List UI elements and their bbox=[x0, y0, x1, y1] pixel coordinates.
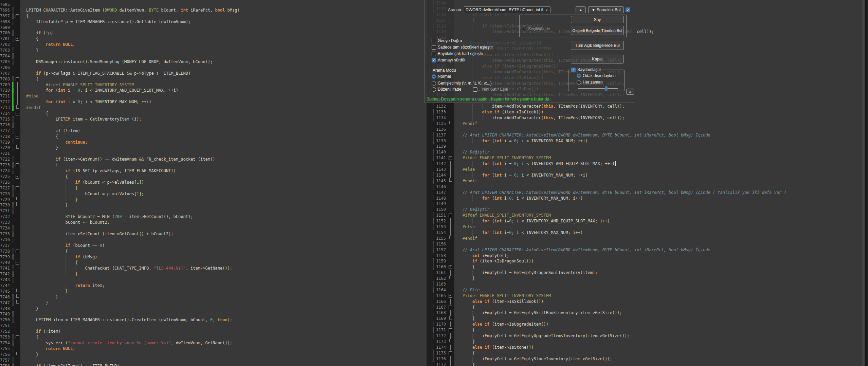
code-line[interactable]: 1153#else bbox=[433, 224, 862, 230]
code-line[interactable]: 1152 for (int i=0; i < INVENTORY_AND_EQU… bbox=[433, 218, 862, 224]
line-number[interactable]: 1177 bbox=[436, 362, 446, 366]
code-line[interactable]: 7736 bbox=[0, 237, 427, 243]
fold-collapse-icon[interactable]: − bbox=[16, 135, 19, 139]
code-line[interactable]: 7739 if (bMsg) bbox=[0, 254, 427, 260]
code-line[interactable]: 1155#endif bbox=[433, 236, 862, 241]
line-number[interactable]: 7720 bbox=[0, 145, 12, 151]
fold-margin[interactable] bbox=[14, 346, 20, 352]
fold-margin[interactable] bbox=[14, 168, 20, 174]
fold-margin[interactable] bbox=[446, 201, 454, 207]
code-line[interactable]: 7729 } bbox=[0, 197, 427, 203]
line-number[interactable]: 1139 bbox=[436, 144, 446, 149]
code-text[interactable]: #else bbox=[454, 167, 862, 172]
always-radio[interactable]: Her zaman bbox=[577, 80, 603, 85]
line-number[interactable]: 7725 bbox=[0, 174, 12, 180]
line-number[interactable]: 7738 bbox=[0, 249, 12, 254]
code-text[interactable]: } bbox=[20, 197, 427, 203]
fold-collapse-icon[interactable]: − bbox=[16, 14, 19, 18]
mode-regex-radio[interactable]: Düzenli ifade bbox=[432, 87, 461, 92]
code-line[interactable]: 7737 if (bCount == 0) bbox=[0, 243, 427, 249]
line-number[interactable]: 1152 bbox=[436, 218, 446, 224]
line-number[interactable]: 7696 bbox=[0, 7, 12, 13]
line-number[interactable]: 7718 bbox=[0, 134, 12, 140]
mode-extended-radio-icon[interactable] bbox=[432, 81, 436, 86]
line-number[interactable]: 7740 bbox=[0, 260, 12, 266]
fold-collapse-icon[interactable]: − bbox=[16, 37, 19, 41]
code-text[interactable]: #else bbox=[454, 224, 862, 230]
fold-margin[interactable]: − bbox=[14, 249, 20, 254]
fold-margin[interactable] bbox=[14, 191, 20, 197]
line-number[interactable]: 7747 bbox=[0, 300, 12, 306]
mode-extended-radio[interactable]: Genişletilmiş (\r, \n, \t, \0, \x...) bbox=[432, 81, 492, 86]
code-line[interactable]: 1136 bbox=[433, 127, 862, 132]
line-number[interactable]: 1166 bbox=[436, 299, 446, 305]
fold-margin[interactable] bbox=[446, 207, 454, 213]
fold-margin[interactable] bbox=[14, 71, 20, 76]
line-number[interactable]: 1169 bbox=[436, 316, 446, 322]
code-text[interactable]: for (int i = 0; i < INVENTORY_MAX_NUM; +… bbox=[454, 138, 862, 144]
line-number[interactable]: 7758 bbox=[0, 363, 12, 366]
code-line[interactable]: 1165−#ifdef ENABLE_SPLIT_INVENTORY_SYSTE… bbox=[433, 293, 862, 299]
code-text[interactable]: if (bMsg) bbox=[20, 254, 427, 260]
code-line[interactable]: 1175− { bbox=[433, 350, 862, 356]
fold-margin[interactable] bbox=[446, 316, 454, 322]
code-line[interactable]: 1154 for (int i=0; i < INVENTORY_MAX_NUM… bbox=[433, 230, 862, 236]
fold-margin[interactable] bbox=[14, 180, 20, 185]
find-prev-button[interactable]: ▲ bbox=[576, 6, 586, 13]
line-number[interactable]: 1173 bbox=[436, 339, 446, 345]
code-line[interactable]: 7717 if (!item) bbox=[0, 128, 427, 134]
code-line[interactable]: 7695 bbox=[0, 2, 427, 7]
fold-margin[interactable] bbox=[14, 271, 20, 277]
line-number[interactable]: 1137 bbox=[436, 132, 446, 138]
backward-checkbox[interactable]: Geriye Doğru bbox=[432, 38, 462, 43]
fold-margin[interactable] bbox=[14, 294, 20, 300]
line-number[interactable]: 1164 bbox=[436, 287, 446, 293]
code-line[interactable]: 7718− { bbox=[0, 134, 427, 140]
fold-margin[interactable] bbox=[446, 138, 454, 144]
fold-margin[interactable] bbox=[446, 161, 454, 167]
fold-margin[interactable] bbox=[14, 145, 20, 151]
line-number[interactable]: 7699 bbox=[0, 25, 12, 31]
line-number[interactable]: 1133 bbox=[436, 109, 446, 115]
line-number[interactable]: 1154 bbox=[436, 230, 446, 236]
code-line[interactable]: 1166 else if (item->IsSkillBook()) bbox=[433, 299, 862, 305]
line-number[interactable]: 7727 bbox=[0, 185, 12, 191]
code-text[interactable]: #else bbox=[20, 93, 427, 99]
code-line[interactable]: 7712 for (int i = 0; i < INVENTORY_MAX_N… bbox=[0, 99, 427, 105]
line-number[interactable]: 7750 bbox=[0, 317, 12, 323]
search-input-value[interactable]: DWORD dwItemVnum, BYTE bCount, int iRare… bbox=[464, 7, 543, 12]
fold-margin[interactable] bbox=[14, 237, 20, 243]
code-line[interactable]: 7730 } bbox=[0, 202, 427, 208]
line-number[interactable]: 1165 bbox=[436, 293, 446, 299]
line-number[interactable]: 7742 bbox=[0, 271, 12, 277]
code-text[interactable]: sys_err ("cannot create item by vnum %u … bbox=[20, 340, 427, 346]
code-line[interactable]: 7726 if (bCount < p->alValues[1]) bbox=[0, 180, 427, 185]
code-text[interactable]: LPITEM item = ITEM_MANAGER::instance().C… bbox=[20, 317, 427, 323]
code-text[interactable]: { bbox=[454, 350, 862, 356]
code-text[interactable]: for (int i=0; i < INVENTORY_MAX_NUM; i++… bbox=[454, 196, 862, 201]
code-text[interactable]: { bbox=[454, 327, 862, 333]
code-line[interactable]: 7720 } bbox=[0, 145, 427, 151]
code-text[interactable]: #endif bbox=[20, 105, 427, 111]
fold-margin[interactable] bbox=[14, 65, 20, 71]
code-line[interactable]: 1163 bbox=[433, 281, 862, 287]
code-text[interactable]: if (item->GetVnum() == dwItemVnum && FN_… bbox=[20, 157, 427, 162]
code-text[interactable]: int iEmptyCell; bbox=[454, 253, 862, 259]
fold-margin[interactable]: − bbox=[14, 111, 20, 116]
line-number[interactable]: 7698 bbox=[0, 19, 12, 25]
line-number[interactable]: 1144 bbox=[436, 172, 446, 178]
code-line[interactable]: 7744 return item; bbox=[0, 283, 427, 289]
backward-box-icon[interactable] bbox=[432, 39, 436, 43]
code-line[interactable]: 1138 for (int i = 0; i < INVENTORY_MAX_N… bbox=[433, 138, 862, 144]
code-text[interactable]: return NULL; bbox=[20, 346, 427, 352]
code-line[interactable]: 7756 } bbox=[0, 352, 427, 358]
line-number[interactable]: 7736 bbox=[0, 237, 12, 243]
line-number[interactable]: 7743 bbox=[0, 277, 12, 283]
fold-margin[interactable] bbox=[14, 48, 20, 53]
code-text[interactable] bbox=[454, 184, 862, 190]
fold-margin[interactable] bbox=[446, 121, 454, 127]
code-line[interactable]: 7710 for (int i = 0; i < INVENTORY_AND_E… bbox=[0, 88, 427, 93]
line-number[interactable]: 1176 bbox=[436, 356, 446, 362]
line-number[interactable]: 1134 bbox=[436, 115, 446, 121]
fold-margin[interactable] bbox=[14, 116, 20, 122]
